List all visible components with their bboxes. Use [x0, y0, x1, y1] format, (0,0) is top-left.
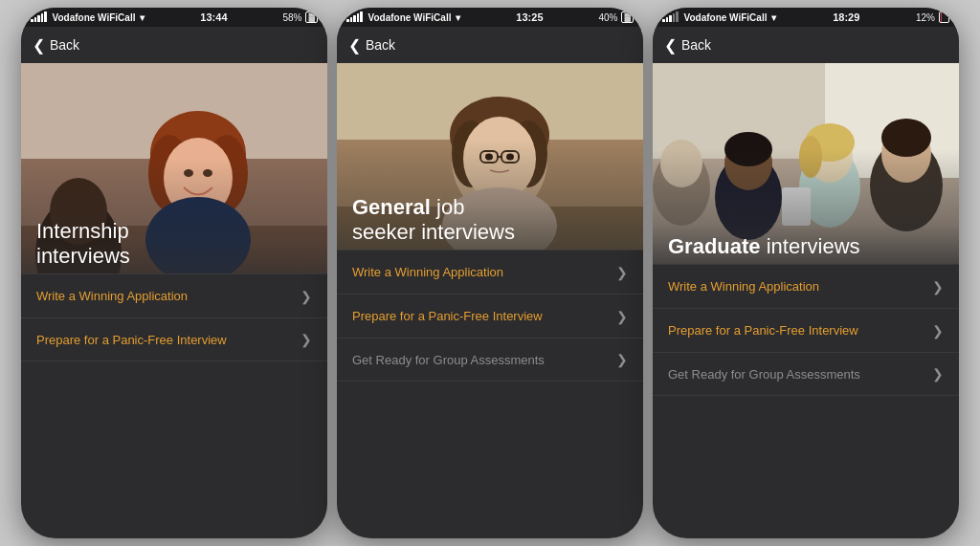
wifi-icon-1: ▾ [140, 12, 145, 23]
menu-item-label-3-2: Get Ready for Group Assessments [668, 367, 860, 382]
battery-icon-2: ▓ [621, 11, 634, 23]
phone-3: Vodafone WiFiCall ▾ 18:29 12% ▏ ❮ Back [653, 8, 959, 538]
status-bar-3: Vodafone WiFiCall ▾ 18:29 12% ▏ [653, 8, 959, 27]
menu-item-2-0[interactable]: Write a Winning Application ❯ [337, 250, 643, 294]
phones-wrapper: Vodafone WiFiCall ▾ 13:44 58% ▓ ❮ Back [0, 0, 980, 546]
carrier-1: Vodafone WiFiCall ▾ [31, 12, 145, 23]
menu-item-3-1[interactable]: Prepare for a Panic-Free Interview ❯ [653, 308, 959, 352]
back-chevron-icon-3: ❮ [664, 36, 677, 55]
menu-chevron-icon-2-0: ❯ [616, 265, 628, 280]
menu-item-2-2[interactable]: Get Ready for Group Assessments ❯ [337, 338, 643, 382]
back-chevron-icon-2: ❮ [348, 36, 361, 55]
battery-icon-3: ▏ [939, 11, 949, 23]
back-button-2[interactable]: ❮ Back [348, 36, 395, 55]
wifi-icon-2: ▾ [456, 12, 460, 23]
back-chevron-icon-1: ❮ [33, 36, 45, 55]
menu-item-2-1[interactable]: Prepare for a Panic-Free Interview ❯ [337, 294, 643, 338]
menu-item-label-2-0: Write a Winning Application [352, 265, 503, 279]
hero-title-regular-1: interviews [36, 244, 312, 268]
hero-subtitle-2: seeker interviews [352, 220, 628, 244]
back-label-2: Back [366, 37, 395, 53]
back-button-3[interactable]: ❮ Back [664, 36, 711, 55]
back-label-1: Back [50, 37, 79, 53]
menu-item-3-2[interactable]: Get Ready for Group Assessments ❯ [653, 352, 959, 396]
carrier-2: Vodafone WiFiCall ▾ [346, 12, 460, 23]
menu-list-1: Write a Winning Application ❯ Prepare fo… [21, 273, 327, 538]
battery-3: 12% ▏ [916, 11, 949, 23]
time-3: 18:29 [833, 11, 859, 23]
signal-icon-1 [31, 12, 47, 22]
battery-icon-1: ▓ [305, 11, 318, 23]
back-button-1[interactable]: ❮ Back [33, 36, 79, 55]
carrier-3: Vodafone WiFiCall ▾ [662, 12, 776, 23]
menu-item-1-1[interactable]: Prepare for a Panic-Free Interview ❯ [21, 317, 327, 361]
menu-item-label-3-0: Write a Winning Application [668, 279, 819, 294]
battery-2: 40% ▓ [598, 11, 634, 23]
battery-1: 58% ▓ [282, 11, 318, 23]
menu-list-2: Write a Winning Application ❯ Prepare fo… [337, 250, 643, 538]
hero-title-bold-1: Internship [36, 219, 312, 243]
signal-icon-3 [662, 12, 679, 22]
menu-item-label-2-2: Get Ready for Group Assessments [352, 353, 545, 367]
wifi-icon-3: ▾ [771, 12, 776, 23]
status-bar-2: Vodafone WiFiCall ▾ 13:25 40% ▓ [337, 8, 643, 27]
menu-item-label-1-0: Write a Winning Application [36, 289, 188, 303]
status-bar-1: Vodafone WiFiCall ▾ 13:44 58% ▓ [21, 8, 327, 27]
menu-chevron-icon-1-1: ❯ [301, 332, 312, 347]
menu-chevron-icon-3-1: ❯ [932, 323, 944, 339]
menu-item-1-0[interactable]: Write a Winning Application ❯ [21, 273, 327, 317]
signal-icon-2 [346, 12, 363, 22]
hero-2: General job seeker interviews [337, 63, 643, 250]
hero-1: Internship interviews [21, 63, 327, 273]
menu-item-3-0[interactable]: Write a Winning Application ❯ [653, 264, 959, 308]
menu-list-3: Write a Winning Application ❯ Prepare fo… [653, 264, 959, 538]
hero-title-2: General job [352, 195, 628, 219]
time-1: 13:44 [200, 11, 227, 23]
menu-item-label-2-1: Prepare for a Panic-Free Interview [352, 309, 543, 323]
time-2: 13:25 [516, 11, 543, 23]
menu-chevron-icon-1-0: ❯ [301, 289, 312, 304]
menu-chevron-icon-2-2: ❯ [616, 352, 628, 367]
phone-1: Vodafone WiFiCall ▾ 13:44 58% ▓ ❮ Back [21, 8, 327, 538]
nav-bar-3: ❮ Back [653, 27, 959, 63]
menu-chevron-icon-3-0: ❯ [932, 279, 944, 295]
menu-item-label-3-1: Prepare for a Panic-Free Interview [668, 323, 858, 338]
nav-bar-2: ❮ Back [337, 27, 643, 63]
hero-3: Graduate interviews [653, 63, 959, 264]
menu-chevron-icon-2-1: ❯ [616, 309, 628, 324]
menu-item-label-1-1: Prepare for a Panic-Free Interview [36, 333, 227, 347]
phone-2: Vodafone WiFiCall ▾ 13:25 40% ▓ ❮ Back [337, 8, 643, 538]
back-label-3: Back [681, 37, 711, 53]
menu-chevron-icon-3-2: ❯ [932, 366, 944, 382]
nav-bar-1: ❮ Back [21, 27, 327, 63]
hero-title-3: Graduate interviews [668, 234, 944, 258]
